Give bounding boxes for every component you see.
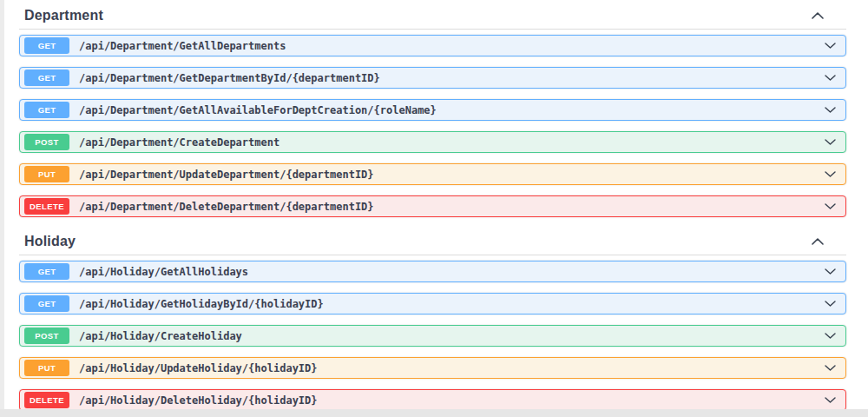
endpoint-path: /api/Department/GetAllAvailableForDeptCr…	[79, 104, 437, 116]
method-badge: GET	[24, 37, 69, 54]
chevron-up-icon[interactable]	[812, 12, 824, 19]
method-badge: GET	[24, 102, 69, 118]
chevron-down-icon[interactable]	[825, 397, 836, 403]
endpoint-path: /api/Department/CreateDepartment	[79, 136, 279, 149]
sections-container: DepartmentGET/api/Department/GetAllDepar…	[19, 0, 846, 411]
method-badge: POST	[24, 134, 69, 150]
section-title: Department	[24, 7, 103, 23]
page-bottom-margin	[0, 409, 868, 417]
chevron-down-icon[interactable]	[825, 365, 836, 371]
endpoint-row-put[interactable]: PUT/api/Department/UpdateDepartment/{dep…	[19, 163, 846, 185]
chevron-down-icon[interactable]	[825, 107, 836, 113]
method-badge: POST	[24, 328, 69, 344]
endpoint-path: /api/Department/DeleteDepartment/{depart…	[79, 201, 374, 213]
endpoint-row-get[interactable]: GET/api/Holiday/GetHolidayById/{holidayI…	[19, 293, 846, 314]
method-badge: GET	[24, 70, 69, 86]
endpoint-path: /api/Holiday/UpdateHoliday/{holidayID}	[79, 362, 318, 374]
endpoint-row-put[interactable]: PUT/api/Holiday/UpdateHoliday/{holidayID…	[19, 357, 846, 379]
method-badge: DELETE	[24, 392, 69, 408]
endpoint-path: /api/Holiday/GetHolidayById/{holidayID}	[79, 298, 324, 310]
endpoint-row-post[interactable]: POST/api/Holiday/CreateHoliday	[19, 325, 846, 347]
chevron-down-icon[interactable]	[825, 43, 836, 49]
endpoint-path: /api/Holiday/CreateHoliday	[79, 330, 242, 342]
endpoint-row-get[interactable]: GET/api/Department/GetAllAvailableForDep…	[19, 99, 846, 121]
chevron-down-icon[interactable]	[825, 171, 836, 177]
chevron-down-icon[interactable]	[825, 139, 836, 145]
swagger-api-docs-page: DepartmentGET/api/Department/GetAllDepar…	[19, 0, 846, 411]
endpoint-row-post[interactable]: POST/api/Department/CreateDepartment	[19, 131, 846, 153]
endpoint-path: /api/Holiday/GetAllHolidays	[79, 266, 248, 278]
endpoint-path: /api/Holiday/DeleteHoliday/{holidayID}	[79, 394, 318, 407]
section-body: GET/api/Department/GetAllDepartmentsGET/…	[19, 35, 846, 217]
chevron-down-icon[interactable]	[825, 203, 836, 209]
endpoint-path: /api/Department/GetAllDepartments	[79, 40, 286, 52]
endpoint-path: /api/Department/GetDepartmentById/{depar…	[79, 72, 380, 84]
section-title: Holiday	[24, 233, 76, 249]
chevron-down-icon[interactable]	[825, 301, 836, 307]
endpoint-row-get[interactable]: GET/api/Department/GetAllDepartments	[19, 35, 846, 56]
section-header-holiday[interactable]: Holiday	[19, 226, 846, 255]
chevron-down-icon[interactable]	[825, 268, 836, 275]
endpoint-row-delete[interactable]: DELETE/api/Holiday/DeleteHoliday/{holida…	[19, 389, 846, 411]
section-body: GET/api/Holiday/GetAllHolidaysGET/api/Ho…	[19, 261, 846, 411]
method-badge: PUT	[24, 166, 69, 182]
chevron-down-icon[interactable]	[825, 333, 836, 339]
api-section-holiday: HolidayGET/api/Holiday/GetAllHolidaysGET…	[19, 226, 846, 411]
section-header-department[interactable]: Department	[19, 0, 846, 30]
chevron-up-icon[interactable]	[812, 238, 824, 245]
endpoint-row-get[interactable]: GET/api/Department/GetDepartmentById/{de…	[19, 67, 846, 89]
method-badge: GET	[24, 263, 69, 280]
endpoint-row-delete[interactable]: DELETE/api/Department/DeleteDepartment/{…	[19, 195, 846, 217]
method-badge: PUT	[24, 360, 69, 376]
api-section-department: DepartmentGET/api/Department/GetAllDepar…	[19, 0, 846, 217]
chevron-down-icon[interactable]	[825, 75, 836, 81]
method-badge: GET	[24, 295, 69, 312]
endpoint-path: /api/Department/UpdateDepartment/{depart…	[79, 169, 374, 181]
method-badge: DELETE	[24, 198, 69, 215]
page-left-margin	[0, 0, 4, 417]
endpoint-row-get[interactable]: GET/api/Holiday/GetAllHolidays	[19, 261, 846, 282]
